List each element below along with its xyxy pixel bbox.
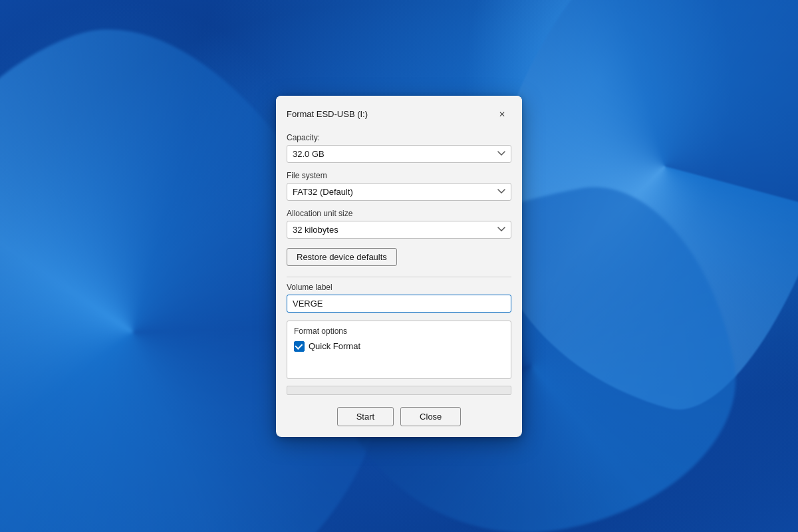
volume-label-text: Volume label [287,283,511,292]
title-bar: Format ESD-USB (I:) ✕ [276,96,522,130]
allocation-dropdown[interactable]: 512 bytes 1024 bytes 2048 bytes 4096 byt… [287,221,511,239]
capacity-dropdown[interactable]: 32.0 GB [287,145,511,163]
restore-group: Restore device defaults [287,247,511,269]
capacity-label: Capacity: [287,133,511,142]
dialog-body: Capacity: 32.0 GB File system FAT32 (Def… [276,130,522,437]
close-icon-button[interactable]: ✕ [493,105,511,124]
dialog-overlay: Format ESD-USB (I:) ✕ Capacity: 32.0 GB … [0,0,798,532]
dialog-title: Format ESD-USB (I:) [287,109,368,119]
volume-label-group: Volume label [287,283,511,313]
capacity-group: Capacity: 32.0 GB [287,133,511,163]
button-row: Start Close [287,404,511,426]
restore-defaults-button[interactable]: Restore device defaults [287,248,397,266]
quick-format-row: Quick Format [294,341,504,352]
progress-bar-container [287,386,511,395]
start-button[interactable]: Start [337,407,394,426]
allocation-group: Allocation unit size 512 bytes 1024 byte… [287,209,511,239]
separator-1 [287,277,511,277]
format-dialog: Format ESD-USB (I:) ✕ Capacity: 32.0 GB … [276,96,522,437]
filesystem-group: File system FAT32 (Default) NTFS exFAT [287,171,511,201]
quick-format-label: Quick Format [309,341,360,351]
format-options-title: Format options [294,327,504,336]
format-options-box: Format options Quick Format [287,321,511,379]
filesystem-dropdown[interactable]: FAT32 (Default) NTFS exFAT [287,183,511,201]
quick-format-checkbox[interactable] [294,341,305,352]
filesystem-label: File system [287,171,511,180]
close-button-action[interactable]: Close [400,407,461,426]
volume-label-input[interactable] [287,295,511,313]
allocation-label: Allocation unit size [287,209,511,218]
